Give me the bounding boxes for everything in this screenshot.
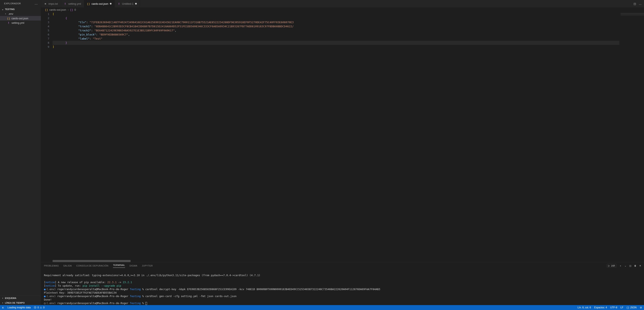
dirty-indicator-icon [135,3,137,4]
code-line[interactable]: "pin_block": "BD9F9EDB6B6569C7", [52,33,619,37]
chevron-down-icon[interactable]: ⌄ [624,265,626,267]
workspace-folder[interactable]: ⌄ TESTING [0,7,41,11]
minimap[interactable] [619,12,644,260]
chevron-right-icon: › [1,297,4,300]
terminal-output[interactable]: Requirement already satisfied: typing-ex… [41,269,644,305]
panel-tab-salida[interactable]: SALIDA [63,265,72,267]
explorer-title: EXPLORADOR [4,2,21,5]
prompt-dot-icon [44,289,46,290]
trash-icon[interactable]: 🗑 [634,265,636,267]
chevron-right-icon: › [1,302,4,304]
tab-label: Untitled-1 [122,2,134,5]
panel-tab-consola-de-depuración[interactable]: CONSOLA DE DEPURACIÓN [76,265,108,267]
editor-tabs: ≡impo.txt!setting.yml{ }cards-out.json!U… [41,0,644,7]
explorer-more-icon[interactable]: … [34,2,38,5]
tab-impo-txt[interactable]: ≡impo.txt [41,0,61,7]
panel-tab-terminal[interactable]: TERMINAL [113,264,125,268]
object-icon: { } [70,8,73,11]
yaml-icon: ! [64,2,67,5]
breadcrumb[interactable]: { } cards-out.json › { } 0 [41,7,644,12]
status-language[interactable]: { } JSON [627,306,636,309]
new-terminal-icon[interactable]: ＋ [619,264,622,267]
tab-label: cards-out.json [92,2,108,5]
prompt-dot-icon [44,303,46,304]
json-icon: { } [45,8,48,11]
tab-label: impo.txt [48,2,58,5]
tree-item-label: setting.yml [12,21,24,24]
panel-tab-problemas[interactable]: PROBLEMAS [44,265,59,267]
yaml-icon: ! [118,2,120,5]
section-esquema[interactable]: ›ESQUEMA [0,296,41,300]
code-line[interactable]: ] [52,45,619,49]
split-editor-icon[interactable]: ◫ [634,2,636,5]
error-icon: ⓧ [34,306,36,310]
tab-label: setting.yml [68,2,81,5]
tab-cards-out-json[interactable]: { }cards-out.json [84,0,115,7]
status-bar: a: Loading insights data ⓧ0 ⚠0 Lín. 8, c… [0,305,644,310]
panel-tab-jupyter[interactable]: JUPYTER [142,265,153,267]
status-left-label[interactable]: a: [2,306,4,309]
warning-icon: ⚠ [40,306,42,309]
explorer-sidebar: EXPLORADOR … ⌄ TESTING ›.env{ }cards-out… [0,0,41,305]
file-tree: ›.env{ }cards-out.json!setting.yml [0,11,41,296]
editor-pane: ≡impo.txt!setting.yml{ }cards-out.json!U… [41,0,644,305]
json-icon: { } [7,17,10,20]
code-editor[interactable]: 123456789 [ { "tlv": "72FEB263694EC1487F… [41,12,644,260]
chevron-right-icon: › [68,8,68,11]
tree-item-setting-yml[interactable]: !setting.yml [0,20,41,25]
tree-item--env[interactable]: ›.env [0,11,41,16]
txt-icon: ≡ [44,2,47,5]
status-problems[interactable]: ⓧ0 ⚠0 [34,306,44,310]
status-loading[interactable]: Loading insights data [8,306,30,309]
status-indent[interactable]: Espacios: 4 [594,306,607,309]
panel-tab-digma[interactable]: DIGMA [130,265,138,267]
bottom-panel: PROBLEMASSALIDACONSOLA DE DEPURACIÓNTERM… [41,262,644,305]
status-encoding[interactable]: UTF-8 [610,306,617,309]
code-line[interactable]: } [52,41,619,45]
tree-item-cards-out-json[interactable]: { }cards-out.json [0,16,41,20]
status-cursor-pos[interactable]: Lín. 8, col. 6 [578,306,591,309]
tree-item-label: .env [8,12,13,15]
tab-Untitled-1[interactable]: !Untitled-1 [114,0,140,7]
dirty-indicator-icon [110,3,112,4]
code-line[interactable]: [ [52,12,619,16]
chevron-down-icon: ⌄ [1,8,4,11]
code-line[interactable]: "label": "Test" [52,37,619,41]
code-line[interactable]: "tlv": "72FEB263694EC1487F402473498416E2… [52,20,619,24]
code-line[interactable]: "track1": "8DB4B8641C2B993D3CF8CB41B4CDD… [52,24,619,28]
chevron-right-icon: › [4,12,7,15]
yaml-icon: ! [7,21,10,24]
split-terminal-icon[interactable]: ◫ [629,265,631,267]
breadcrumb-file: cards-out.json [49,8,66,11]
prompt-dot-icon [44,296,46,297]
tab-setting-yml[interactable]: !setting.yml [61,0,84,7]
code-line[interactable]: { [52,16,619,20]
json-icon: { } [87,2,90,5]
more-actions-icon[interactable]: … [639,2,642,5]
horizontal-scrollbar[interactable] [41,260,644,262]
breadcrumb-symbol: 0 [74,8,76,11]
tree-item-label: cards-out.json [12,17,28,20]
workspace-name: TESTING [5,8,15,10]
section-línea-de-tiempo[interactable]: ›LÍNEA DE TIEMPO [0,300,41,305]
terminal-cursor [146,302,147,305]
terminal-shell-selector[interactable]: ▷ zsh [606,264,616,268]
feedback-icon[interactable]: ⊘ [640,306,642,309]
terminal-icon: ▷ [608,264,610,267]
code-line[interactable]: "track2": "BE64B7122429E9B8348A5927E1E3B… [52,28,619,33]
close-panel-icon[interactable]: ✕ [639,265,641,267]
status-eol[interactable]: LF [620,306,624,309]
